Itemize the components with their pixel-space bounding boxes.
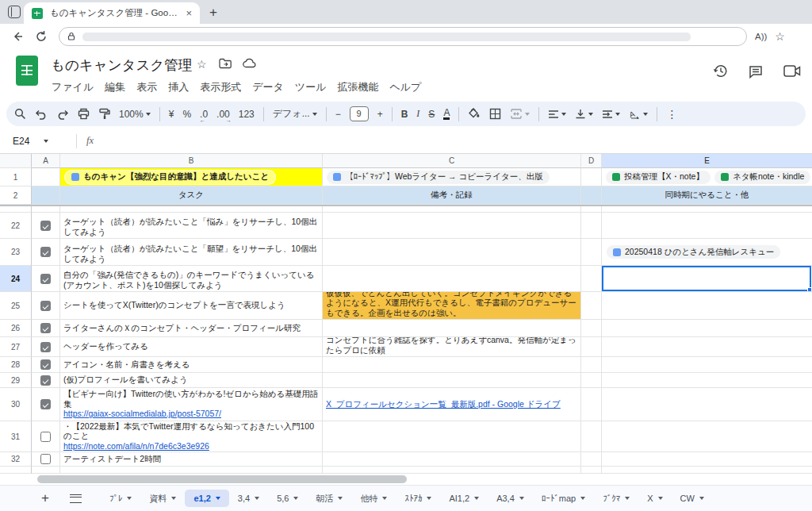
menu-data[interactable]: データ xyxy=(247,78,289,97)
row-number[interactable]: 23 xyxy=(0,239,32,266)
cell-D1[interactable] xyxy=(581,168,602,186)
checkbox[interactable] xyxy=(40,432,51,442)
cell-D29[interactable] xyxy=(581,373,602,388)
sheet-tab-a34[interactable]: A3,4 xyxy=(488,490,533,507)
italic-button[interactable]: I xyxy=(416,108,419,120)
cell-D26[interactable] xyxy=(581,320,602,337)
cell-D24[interactable] xyxy=(581,266,602,292)
text-color-button[interactable]: A xyxy=(443,109,450,120)
cell-A2[interactable] xyxy=(32,186,60,205)
sheet-tab-tatoku[interactable]: 他特 xyxy=(351,489,396,509)
cell-C29[interactable] xyxy=(323,373,581,388)
cell-D28[interactable] xyxy=(581,357,602,373)
sheet-tab-34[interactable]: 3,4 xyxy=(229,490,268,507)
cell-C24[interactable] xyxy=(323,266,581,292)
cell-link[interactable]: https://note.com/afila/n/n7de6c3e3e926 xyxy=(63,441,319,451)
cell-C30[interactable]: X_プロフィールセクション一覧_最新版.pdf - Google ドライブ xyxy=(323,388,581,421)
paint-format-icon[interactable] xyxy=(98,108,110,120)
cell-A31[interactable] xyxy=(32,421,60,452)
scrollbar-thumb[interactable] xyxy=(37,475,407,483)
checkbox[interactable] xyxy=(40,359,51,370)
cell-C1[interactable]: 【ﾛｰﾄﾞﾏｯﾌﾟ】Webライター → コピーライター、出版 xyxy=(323,168,581,186)
cell-A26[interactable] xyxy=(32,320,60,337)
add-sheet-button[interactable]: + xyxy=(41,490,49,506)
row-number[interactable]: 27 xyxy=(0,337,32,357)
cell-B28[interactable]: アイコン・名前・肩書きを考える xyxy=(60,357,323,373)
checkbox[interactable] xyxy=(40,274,51,284)
decrease-font-size-button[interactable]: − xyxy=(335,109,341,120)
cell-A22[interactable] xyxy=(32,213,60,239)
checkbox[interactable] xyxy=(40,301,51,311)
favorite-star-icon[interactable]: ☆ xyxy=(775,30,785,43)
cell-E24-selected[interactable] xyxy=(602,266,812,292)
row-number[interactable]: 24 xyxy=(0,266,32,292)
sheet-tab-pre[interactable]: ﾌﾟﾚ xyxy=(101,490,141,507)
more-toolbar-icon[interactable]: ⋮ xyxy=(666,108,677,121)
sheet-tab-shiryo[interactable]: 資料 xyxy=(140,489,185,509)
cell-B31[interactable]: ・【2022最新】本気でTwitter運用するなら知っておきたい入門100のこと… xyxy=(60,421,323,452)
cell-A29[interactable] xyxy=(32,373,60,388)
menu-edit[interactable]: 編集 xyxy=(99,78,131,97)
sheet-tab-cw[interactable]: CW xyxy=(672,490,713,507)
cell-C28[interactable] xyxy=(323,357,581,373)
cell-D23[interactable] xyxy=(581,239,602,266)
menu-file[interactable]: ファイル xyxy=(46,78,99,97)
checkbox[interactable] xyxy=(40,375,51,386)
cell-D32[interactable] xyxy=(581,452,602,467)
menu-extensions[interactable]: 拡張機能 xyxy=(331,78,384,97)
all-sheets-icon[interactable] xyxy=(70,494,82,503)
smart-chip[interactable]: 【ﾛｰﾄﾞﾏｯﾌﾟ】Webライター → コピーライター、出版 xyxy=(327,171,550,184)
row-number[interactable]: 28 xyxy=(0,357,32,373)
sheet-tab-roadmap[interactable]: ﾛｰﾄﾞmap xyxy=(533,490,594,507)
decrease-decimals-button[interactable]: .0← xyxy=(200,109,208,120)
font-size-input[interactable]: 9 xyxy=(350,106,369,121)
cell-B25[interactable]: シートを使ってX(Twitter)のコンセプトを一言で表現しよう xyxy=(60,292,323,320)
close-tab-icon[interactable]: × xyxy=(184,7,193,19)
cell-C31[interactable] xyxy=(323,421,581,452)
sheet-tab-ai12[interactable]: AI1,2 xyxy=(440,490,488,507)
cell-C2[interactable]: 備考・記録 xyxy=(323,186,581,205)
back-icon[interactable] xyxy=(11,30,24,43)
cell-E31[interactable] xyxy=(602,421,812,452)
smart-chip[interactable]: ものキャン【強烈な目的意識】と達成したいこと xyxy=(64,170,276,185)
cell-A23[interactable] xyxy=(32,239,60,266)
search-icon[interactable] xyxy=(14,108,26,120)
cell-A1[interactable] xyxy=(32,168,60,186)
sheet-tab-e12-active[interactable]: e1,2 xyxy=(185,490,228,507)
read-aloud-icon[interactable]: A)) xyxy=(755,32,767,41)
video-call-icon[interactable] xyxy=(783,65,801,77)
cell-B22[interactable]: ターゲット（読者）が読みたいこと「悩み」をリサーチし、10個出してみよう xyxy=(60,213,323,239)
format-currency-button[interactable]: ¥ xyxy=(169,109,174,120)
cell-C23[interactable] xyxy=(323,239,581,266)
sheet-tab-x[interactable]: X xyxy=(638,490,671,507)
cell-A27[interactable] xyxy=(32,337,60,357)
cell-C25[interactable]: 仮仮仮、でどんどん出していく。コンセプトメイキングができるようになると、X運用代… xyxy=(323,292,581,320)
checkbox[interactable] xyxy=(40,247,51,257)
menu-insert[interactable]: 挿入 xyxy=(163,78,194,97)
sheet-tab-sutoaka[interactable]: ｽﾄｱｶ xyxy=(396,490,440,507)
cell-E22[interactable] xyxy=(602,213,812,239)
cell-E2[interactable]: 同時期にやること・他 xyxy=(602,186,812,205)
col-header-c[interactable]: C xyxy=(323,154,581,168)
star-icon[interactable]: ☆ xyxy=(197,58,207,71)
cell-D31[interactable] xyxy=(581,421,602,452)
text-rotation-icon[interactable]: A xyxy=(629,109,648,119)
cell-E30[interactable] xyxy=(602,388,812,421)
print-icon[interactable] xyxy=(78,108,90,120)
cell-A30[interactable] xyxy=(32,388,60,421)
checkbox[interactable] xyxy=(40,221,51,231)
row-number[interactable]: 29 xyxy=(0,373,32,388)
cloud-saved-icon[interactable] xyxy=(243,58,257,68)
horizontal-align-icon[interactable] xyxy=(548,110,566,119)
new-tab-button[interactable]: + xyxy=(209,5,217,21)
menu-format[interactable]: 表示形式 xyxy=(194,78,247,97)
sheet-chip[interactable]: ネタ帳note・kindle xyxy=(714,171,810,184)
cell-B30[interactable]: 【ビギナー向け】Twitterの使い方がわかる!ゼロから始める基礎用語集 htt… xyxy=(60,388,323,421)
cell-link[interactable]: https://gaiax-socialmedialab.jp/post-570… xyxy=(63,409,319,419)
cell-E23[interactable]: 20250418 ひのとさん発信軸レスキュー xyxy=(602,239,812,266)
sheet-tab-bukuma[interactable]: ﾌﾞｸﾏ xyxy=(594,490,638,507)
cell-B26[interactable]: ライターさんのＸのコンセプト・ヘッダー・プロフィール研究 xyxy=(60,320,323,337)
col-header-a[interactable]: A xyxy=(32,154,60,168)
name-box[interactable]: E24 xyxy=(0,136,76,147)
cell-E28[interactable] xyxy=(602,357,812,373)
